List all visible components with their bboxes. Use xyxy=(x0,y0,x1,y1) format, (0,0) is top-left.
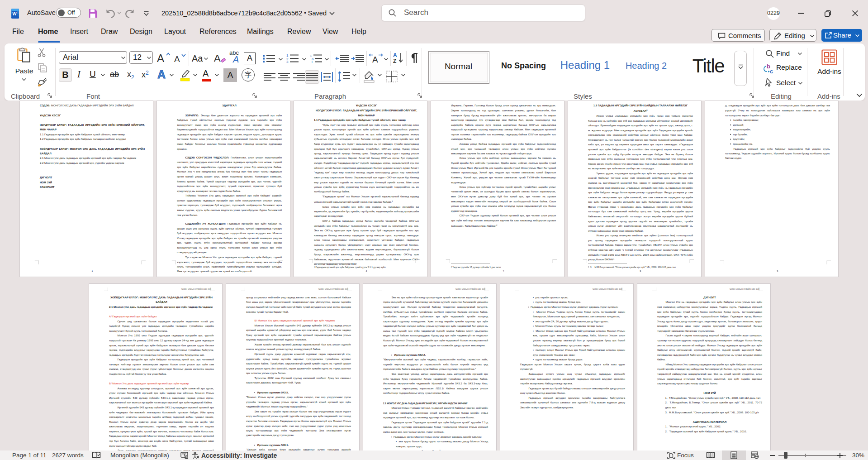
svg-text:Z: Z xyxy=(393,58,396,64)
svg-text:W: W xyxy=(12,11,17,16)
svg-text:3: 3 xyxy=(286,60,289,63)
svg-text:c: c xyxy=(770,68,773,74)
svg-text:A: A xyxy=(372,55,378,63)
svg-text:A: A xyxy=(393,52,397,58)
svg-text:i: i xyxy=(312,60,313,63)
